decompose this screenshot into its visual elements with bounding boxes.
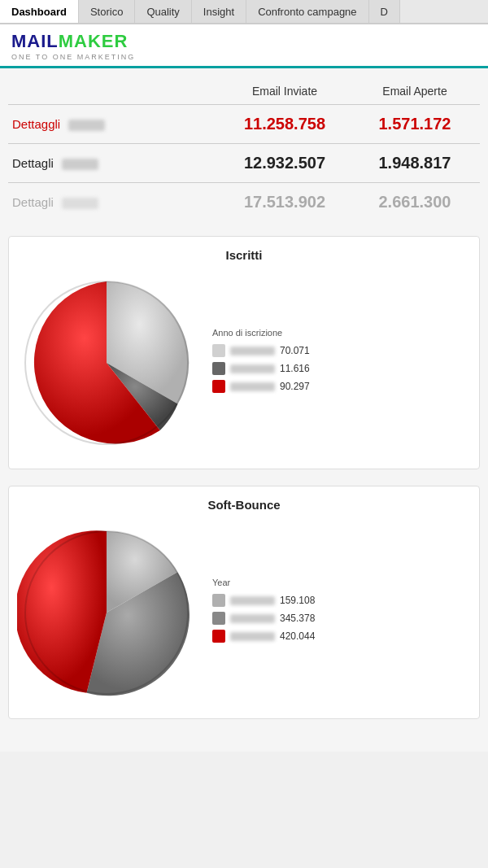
legend-value-0: 70.071 xyxy=(280,345,310,356)
blurred-tag-1 xyxy=(68,120,105,131)
stats-value-2-inviate: 12.932.507 xyxy=(220,154,350,172)
legend-color-0 xyxy=(212,344,225,357)
legend-softbounce-item-0: 159.108 xyxy=(212,594,471,607)
stats-value-1-aperte: 1.571.172 xyxy=(350,115,480,133)
stats-label-3: Dettagli xyxy=(8,195,220,209)
blurred-tag-3 xyxy=(62,198,98,209)
legend-sb-color-2 xyxy=(212,630,225,643)
tab-bar: Dashboard Storico Quality Insight Confro… xyxy=(0,0,488,24)
stats-row-1: Dettaggli 11.258.758 1.571.172 xyxy=(8,104,480,143)
pie-iscritti xyxy=(17,273,196,452)
logo-mail: MAIL xyxy=(11,31,59,51)
logo-subtitle: ONE TO ONE MARKETING xyxy=(11,53,477,61)
legend-sb-value-0: 159.108 xyxy=(280,595,315,606)
legend-blurred-0 xyxy=(230,347,275,355)
chart-softbounce-title: Soft-Bounce xyxy=(17,498,471,512)
legend-sb-value-1: 345.378 xyxy=(280,613,315,624)
chart-iscritti-legend: Anno di iscrizione 70.071 11.616 90.297 xyxy=(212,328,471,398)
chart-softbounce-body: Year 159.108 345.378 420.044 xyxy=(17,523,471,702)
main-content: Email Inviate Email Aperte Dettaggli 11.… xyxy=(0,68,488,752)
legend-softbounce-title: Year xyxy=(212,578,471,587)
legend-blurred-1 xyxy=(230,364,275,373)
col-header-aperte: Email Aperte xyxy=(350,85,480,98)
chart-iscritti: Iscritti xyxy=(8,236,480,469)
logo-area: MAILMAKER ONE TO ONE MARKETING xyxy=(0,24,488,68)
chart-softbounce: Soft-Bounce xyxy=(8,486,480,719)
legend-sb-blurred-0 xyxy=(230,596,275,605)
chart-iscritti-title: Iscritti xyxy=(17,248,471,262)
tab-dashboard[interactable]: Dashboard xyxy=(0,0,79,23)
logo-maker: MAKER xyxy=(59,31,129,51)
legend-color-1 xyxy=(212,362,225,375)
legend-iscritti-item-2: 90.297 xyxy=(212,380,471,393)
legend-softbounce-item-1: 345.378 xyxy=(212,612,471,625)
pie-softbounce xyxy=(17,523,196,702)
legend-value-2: 90.297 xyxy=(280,381,310,392)
tab-storico[interactable]: Storico xyxy=(79,0,135,23)
tab-quality[interactable]: Quality xyxy=(135,0,191,23)
stats-value-1-inviate: 11.258.758 xyxy=(220,115,350,133)
legend-sb-blurred-1 xyxy=(230,614,275,623)
stats-row-3: Dettagli 17.513.902 2.661.300 xyxy=(8,182,480,221)
legend-sb-color-1 xyxy=(212,612,225,625)
stats-row-2: Dettagli 12.932.507 1.948.817 xyxy=(8,143,480,182)
stats-header: Email Inviate Email Aperte xyxy=(8,85,480,104)
legend-color-2 xyxy=(212,380,225,393)
stats-value-3-aperte: 2.661.300 xyxy=(350,193,480,212)
tab-insight[interactable]: Insight xyxy=(192,0,246,23)
legend-blurred-2 xyxy=(230,382,275,391)
tab-confronto[interactable]: Confronto campagne xyxy=(246,0,368,23)
stats-table: Email Inviate Email Aperte Dettaggli 11.… xyxy=(8,85,480,221)
chart-iscritti-body: Anno di iscrizione 70.071 11.616 90.297 xyxy=(17,273,471,452)
tab-d[interactable]: D xyxy=(369,0,400,23)
chart-softbounce-legend: Year 159.108 345.378 420.044 xyxy=(212,578,471,648)
logo: MAILMAKER xyxy=(11,31,477,52)
legend-sb-color-0 xyxy=(212,594,225,607)
blurred-tag-2 xyxy=(62,159,98,170)
legend-iscritti-item-1: 11.616 xyxy=(212,362,471,375)
stats-label-2: Dettagli xyxy=(8,156,220,170)
stats-label-1: Dettaggli xyxy=(8,117,220,131)
stats-value-2-aperte: 1.948.817 xyxy=(350,154,480,172)
legend-sb-blurred-2 xyxy=(230,632,275,641)
legend-iscritti-item-0: 70.071 xyxy=(212,344,471,357)
legend-softbounce-item-2: 420.044 xyxy=(212,630,471,643)
legend-iscritti-title: Anno di iscrizione xyxy=(212,328,471,338)
legend-value-1: 11.616 xyxy=(280,363,310,374)
col-header-inviate: Email Inviate xyxy=(220,85,350,98)
legend-sb-value-2: 420.044 xyxy=(280,630,315,642)
stats-value-3-inviate: 17.513.902 xyxy=(220,193,350,212)
